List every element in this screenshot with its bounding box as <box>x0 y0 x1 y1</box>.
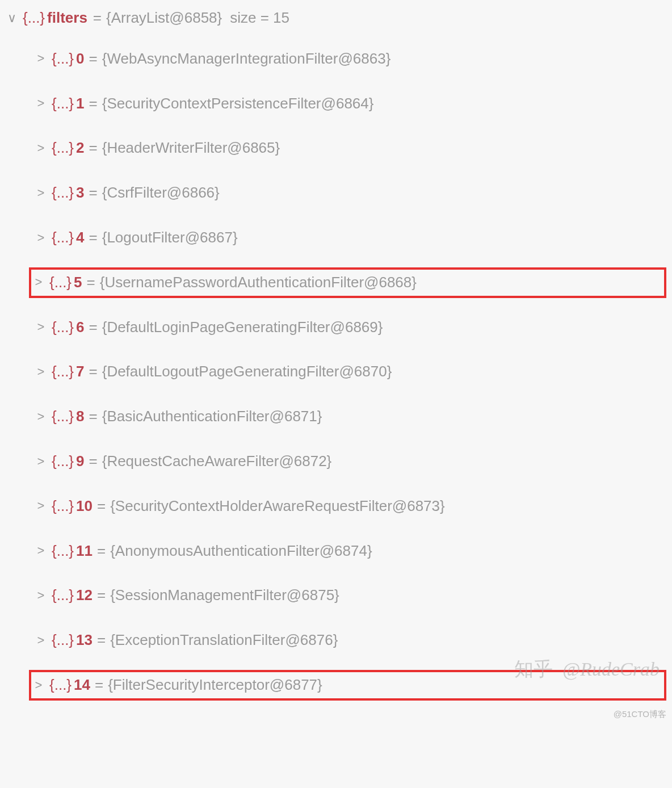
tree-row[interactable]: >{...}5 = {UsernamePasswordAuthenticatio… <box>29 267 666 298</box>
item-value: {DefaultLogoutPageGeneratingFilter@6870} <box>102 362 392 382</box>
item-value: {SessionManagementFilter@6875} <box>110 586 339 605</box>
root-value: {ArrayList@6858} <box>106 9 222 28</box>
object-braces-icon: {...} <box>52 362 74 382</box>
chevron-right-icon[interactable]: > <box>35 543 47 559</box>
equals-sign: = <box>87 273 95 292</box>
object-braces-icon: {...} <box>52 586 74 605</box>
tree-row[interactable]: >{...}4 = {LogoutFilter@6867} <box>31 223 666 253</box>
equals-sign: = <box>89 407 98 426</box>
tree-row[interactable]: >{...}9 = {RequestCacheAwareFilter@6872} <box>31 446 666 477</box>
equals-sign: = <box>89 183 98 203</box>
corner-watermark: @51CTO博客 <box>614 709 666 720</box>
object-braces-icon: {...} <box>52 542 74 561</box>
item-index: 1 <box>76 94 84 114</box>
item-value: {DefaultLoginPageGeneratingFilter@6869} <box>102 318 383 337</box>
object-braces-icon: {...} <box>49 676 72 695</box>
tree-children: >{...}0 = {WebAsyncManagerIntegrationFil… <box>6 44 666 701</box>
equals-sign: = <box>89 318 98 337</box>
chevron-right-icon[interactable]: > <box>35 51 47 67</box>
item-value: {AnonymousAuthenticationFilter@6874} <box>110 542 372 561</box>
item-value: {HeaderWriterFilter@6865} <box>102 139 280 158</box>
tree-row[interactable]: >{...}14 = {FilterSecurityInterceptor@68… <box>29 670 666 701</box>
chevron-down-icon[interactable]: ∨ <box>6 10 18 27</box>
chevron-right-icon[interactable]: > <box>35 185 47 202</box>
tree-row[interactable]: >{...}1 = {SecurityContextPersistenceFil… <box>31 89 666 119</box>
object-braces-icon: {...} <box>52 49 74 69</box>
item-index: 2 <box>76 139 84 158</box>
equals-sign: = <box>89 94 98 114</box>
tree-row[interactable]: >{...}7 = {DefaultLogoutPageGeneratingFi… <box>31 357 666 387</box>
equals-sign: = <box>89 362 98 382</box>
item-index: 4 <box>76 228 84 248</box>
chevron-right-icon[interactable]: > <box>35 498 47 514</box>
item-value: {WebAsyncManagerIntegrationFilter@6863} <box>102 49 391 69</box>
item-index: 14 <box>74 676 90 695</box>
item-index: 13 <box>76 631 93 650</box>
object-braces-icon: {...} <box>52 183 74 203</box>
object-braces-icon: {...} <box>52 452 74 471</box>
equals-sign: = <box>89 49 98 69</box>
tree-row[interactable]: >{...}13 = {ExceptionTranslationFilter@6… <box>31 625 666 656</box>
item-value: {LogoutFilter@6867} <box>102 228 238 248</box>
chevron-right-icon[interactable]: > <box>35 454 47 470</box>
tree-row[interactable]: >{...}10 = {SecurityContextHolderAwareRe… <box>31 491 666 522</box>
chevron-right-icon[interactable]: > <box>35 319 47 336</box>
item-index: 6 <box>76 318 84 337</box>
chevron-right-icon[interactable]: > <box>35 632 47 649</box>
object-braces-icon: {...} <box>52 318 74 337</box>
item-value: {FilterSecurityInterceptor@6877} <box>108 676 322 695</box>
object-braces-icon: {...} <box>52 631 74 650</box>
item-index: 12 <box>76 586 93 605</box>
item-value: {SecurityContextPersistenceFilter@6864} <box>102 94 374 114</box>
equals-sign: = <box>97 586 106 605</box>
item-index: 10 <box>76 497 93 516</box>
tree-row[interactable]: >{...}6 = {DefaultLoginPageGeneratingFil… <box>31 312 666 343</box>
tree-row[interactable]: >{...}8 = {BasicAuthenticationFilter@687… <box>31 401 666 432</box>
item-index: 9 <box>76 452 84 471</box>
object-braces-icon: {...} <box>52 228 74 248</box>
equals-sign: = <box>89 228 98 248</box>
tree-root-row[interactable]: ∨ {...} filters = {ArrayList@6858} size … <box>6 9 666 28</box>
item-index: 11 <box>76 542 93 561</box>
chevron-right-icon[interactable]: > <box>32 274 45 291</box>
item-index: 3 <box>76 183 84 203</box>
object-braces-icon: {...} <box>52 94 74 114</box>
item-index: 8 <box>76 407 84 426</box>
chevron-right-icon[interactable]: > <box>35 95 47 112</box>
item-value: {UsernamePasswordAuthenticationFilter@68… <box>100 273 417 292</box>
equals-sign: = <box>93 9 102 28</box>
chevron-right-icon[interactable]: > <box>35 364 47 380</box>
tree-row[interactable]: >{...}12 = {SessionManagementFilter@6875… <box>31 580 666 611</box>
item-value: {BasicAuthenticationFilter@6871} <box>102 407 322 426</box>
tree-row[interactable]: >{...}2 = {HeaderWriterFilter@6865} <box>31 133 666 164</box>
equals-sign: = <box>95 676 103 695</box>
size-label: size = 15 <box>230 9 289 28</box>
chevron-right-icon[interactable]: > <box>35 588 47 604</box>
equals-sign: = <box>97 631 106 650</box>
chevron-right-icon[interactable]: > <box>35 409 47 425</box>
item-value: {SecurityContextHolderAwareRequestFilter… <box>110 497 445 516</box>
object-braces-icon: {...} <box>52 497 74 516</box>
item-index: 7 <box>76 362 84 382</box>
equals-sign: = <box>89 452 98 471</box>
object-braces-icon: {...} <box>49 273 72 292</box>
item-value: {RequestCacheAwareFilter@6872} <box>102 452 332 471</box>
tree-row[interactable]: >{...}11 = {AnonymousAuthenticationFilte… <box>31 536 666 567</box>
item-value: {ExceptionTranslationFilter@6876} <box>110 631 338 650</box>
object-braces-icon: {...} <box>23 9 45 28</box>
item-index: 5 <box>74 273 82 292</box>
item-value: {CsrfFilter@6866} <box>102 183 220 203</box>
equals-sign: = <box>89 139 98 158</box>
equals-sign: = <box>97 497 106 516</box>
chevron-right-icon[interactable]: > <box>35 140 47 157</box>
chevron-right-icon[interactable]: > <box>32 677 45 694</box>
tree-row[interactable]: >{...}3 = {CsrfFilter@6866} <box>31 178 666 208</box>
equals-sign: = <box>97 542 106 561</box>
tree-row[interactable]: >{...}0 = {WebAsyncManagerIntegrationFil… <box>31 44 666 74</box>
object-braces-icon: {...} <box>52 407 74 426</box>
debug-variable-tree: ∨ {...} filters = {ArrayList@6858} size … <box>6 9 666 701</box>
variable-name: filters <box>47 9 87 28</box>
chevron-right-icon[interactable]: > <box>35 230 47 246</box>
item-index: 0 <box>76 49 84 69</box>
object-braces-icon: {...} <box>52 139 74 158</box>
